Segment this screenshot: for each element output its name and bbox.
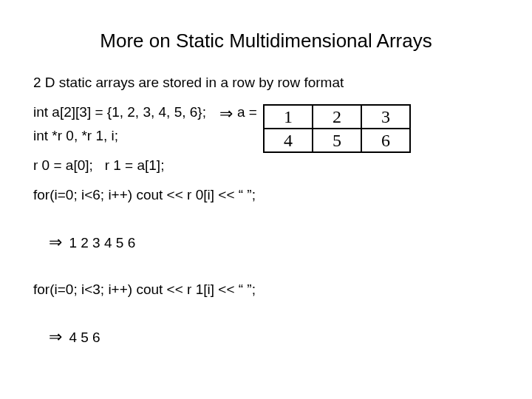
table-row: 4 5 6: [264, 129, 410, 152]
implies-arrow-icon: ⇒: [206, 104, 237, 123]
output2-text: 4 5 6: [65, 330, 100, 345]
cell: 4: [264, 129, 313, 152]
implies-arrow-icon: ⇒: [49, 233, 65, 251]
assignment-line: r 0 = a[0]; r 1 = a[1];: [33, 157, 499, 174]
cell: 6: [361, 129, 410, 152]
cell: 3: [361, 105, 410, 129]
array-table: 1 2 3 4 5 6: [263, 104, 411, 153]
table-row: 1 2 3: [264, 105, 410, 129]
cell: 1: [264, 105, 313, 129]
intro-line: 2 D static arrays are stored in a row by…: [33, 75, 499, 91]
a-equals-label: a =: [237, 104, 263, 120]
pointer-declaration: int *r 0, *r 1, i;: [33, 128, 206, 144]
declaration-column: int a[2][3] = {1, 2, 3, 4, 5, 6}; int *r…: [33, 104, 206, 157]
cell: 2: [313, 105, 361, 129]
cell: 5: [313, 129, 361, 152]
slide-title: More on Static Multidimensional Arrays: [33, 30, 499, 52]
loop1-line: for(i=0; i<6; i++) cout << r 0[i] << “ ”…: [33, 187, 499, 203]
array-declaration: int a[2][3] = {1, 2, 3, 4, 5, 6};: [33, 104, 206, 120]
loop2-line: for(i=0; i<3; i++) cout << r 1[i] << “ ”…: [33, 282, 499, 298]
output1-text: 1 2 3 4 5 6: [65, 235, 135, 250]
output2-line: ⇒ 4 5 6: [33, 311, 499, 363]
implies-arrow-icon: ⇒: [49, 327, 65, 346]
declaration-row: int a[2][3] = {1, 2, 3, 4, 5, 6}; int *r…: [33, 104, 499, 157]
slide: More on Static Multidimensional Arrays 2…: [0, 0, 532, 399]
output1-line: ⇒ 1 2 3 4 5 6: [33, 216, 499, 268]
